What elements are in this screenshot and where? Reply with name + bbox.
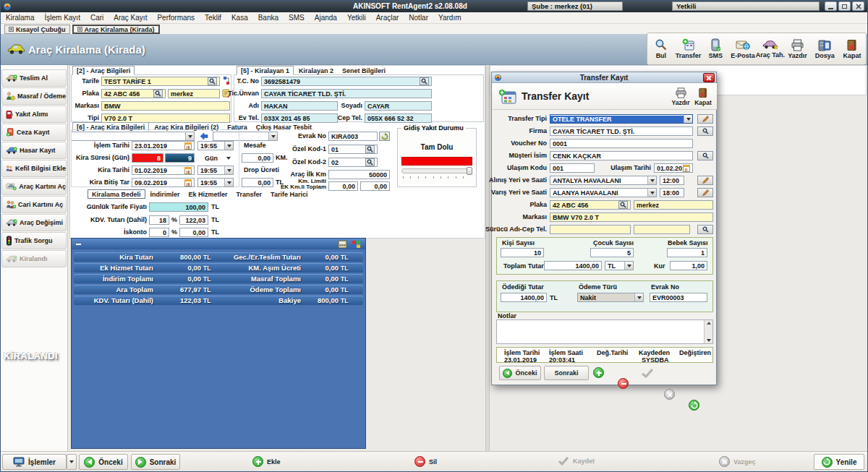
- kira-suresi-field-1[interactable]: 8: [132, 153, 163, 163]
- menu-cari[interactable]: Cari: [85, 14, 109, 22]
- tab-arac-kiralama[interactable]: Araç Kiralama (Kirada): [72, 25, 160, 34]
- arac-ilk-km-field[interactable]: 50000: [328, 170, 390, 179]
- fuel-slider-handle[interactable]: [467, 167, 472, 175]
- tc-no-field[interactable]: 3692581479: [261, 77, 432, 86]
- menu-kiralama[interactable]: Kiralama: [1, 14, 39, 22]
- sidebar-item-kefil-bilgisi[interactable]: Kefil Bilgisi Ekle: [1, 160, 67, 177]
- transfer-button[interactable]: Transfer: [675, 34, 702, 64]
- ekle-button[interactable]: Ekle: [252, 456, 281, 467]
- sidebar-item-trafik-sorgu[interactable]: Trafik Sorgu: [1, 232, 67, 249]
- add-icon[interactable]: [593, 367, 604, 378]
- kdv-oran-field[interactable]: 18: [149, 215, 169, 225]
- toplam-birim-combo[interactable]: TL: [605, 261, 634, 270]
- window-colors-icon[interactable]: [352, 240, 361, 249]
- splitter[interactable]: [485, 65, 490, 452]
- onceki-button[interactable]: Önceki: [79, 454, 128, 470]
- islemler-button[interactable]: İşlemler: [2, 454, 67, 470]
- close-icon[interactable]: [9, 27, 14, 32]
- chevron-down-icon[interactable]: [224, 154, 233, 162]
- menu-arac-kayit[interactable]: Araç Kayıt: [109, 14, 152, 22]
- tab-transfer[interactable]: Transfer: [233, 189, 266, 199]
- scroll-down-icon[interactable]: [707, 339, 711, 342]
- chevron-down-icon[interactable]: [224, 166, 233, 174]
- transfer-tipi-combo[interactable]: OTELE TRANSFER: [550, 114, 693, 124]
- sidebar-item-masraf-odeme[interactable]: Masraf / Ödeme: [1, 87, 67, 105]
- print-button[interactable]: Yazdır: [784, 34, 811, 64]
- calendar-icon[interactable]: [184, 167, 192, 174]
- sidebar-item-teslim-al[interactable]: Teslim Al: [1, 69, 67, 87]
- alinis-saat-field[interactable]: 12:00: [660, 176, 684, 185]
- gunluk-tarife-field[interactable]: 100,00: [149, 202, 208, 212]
- tab-kisayol-cubugu[interactable]: Kısayol Çubuğu: [4, 25, 70, 34]
- sidebar-item-hasar-kayit[interactable]: Hasar Kayıt: [1, 142, 67, 159]
- cocuk-field[interactable]: 5: [590, 248, 634, 257]
- bebek-field[interactable]: 1: [667, 248, 707, 257]
- dialog-close-button[interactable]: [703, 73, 715, 82]
- search-icon[interactable]: [420, 77, 429, 85]
- chevron-down-icon[interactable]: [224, 179, 233, 186]
- tab-kiralayan-1[interactable]: [5] - Kiralayan 1: [237, 66, 294, 75]
- tab-ek-hizmetler[interactable]: Ek Hizmetler: [185, 189, 231, 199]
- sidebar-item-ceza-kayit[interactable]: Ceza Kayıt: [1, 124, 67, 141]
- cep-tel-field[interactable]: 055X 666 52 32: [365, 113, 432, 123]
- tab-senet-bilgileri[interactable]: Senet Bilgileri: [339, 66, 389, 75]
- search-icon[interactable]: [618, 201, 628, 209]
- sil-button[interactable]: Sil: [414, 456, 437, 467]
- fuel-slider-track[interactable]: [401, 168, 472, 173]
- delete-icon[interactable]: [618, 378, 629, 389]
- ozel-kod1-field[interactable]: 01: [328, 145, 378, 154]
- varis-combo[interactable]: ALANYA HAVAALANI: [550, 188, 657, 197]
- dialog-plaka-field[interactable]: 42 ABC 456: [550, 200, 631, 210]
- surucu-adi-field[interactable]: [550, 225, 631, 234]
- search-button[interactable]: [697, 126, 713, 136]
- ulasim-kodu-field[interactable]: 001: [550, 163, 595, 173]
- sube-field[interactable]: merkez: [168, 89, 220, 98]
- chevron-down-icon[interactable]: [684, 115, 692, 123]
- odedigi-field[interactable]: 1400,00: [501, 293, 547, 302]
- search-button[interactable]: [697, 225, 713, 234]
- tab-indirimler[interactable]: İndirimler: [147, 189, 184, 199]
- menu-sms[interactable]: SMS: [284, 14, 310, 22]
- dialog-sonraki-button[interactable]: Sonraki: [544, 366, 589, 380]
- unvan-field[interactable]: CAYAR TİCARET TLD. ŞTİ.: [261, 89, 432, 98]
- restore-button[interactable]: [838, 1, 851, 11]
- chevron-down-icon[interactable]: [634, 293, 643, 301]
- search-icon[interactable]: [365, 145, 375, 153]
- dialog-print-button[interactable]: Yazdır: [671, 85, 691, 108]
- dialog-onceki-button[interactable]: Önceki: [499, 366, 541, 380]
- chevron-down-icon[interactable]: [647, 176, 656, 184]
- find-button[interactable]: Bul: [647, 34, 674, 64]
- sidebar-item-yakit-alimi[interactable]: Yakıt Alımı: [1, 106, 67, 123]
- chevron-down-icon[interactable]: [624, 262, 633, 270]
- tab-kiralama-bedeli[interactable]: Kiralama Bedeli: [88, 189, 145, 199]
- scrollbar[interactable]: [704, 320, 712, 343]
- search-icon[interactable]: [153, 90, 163, 98]
- mesafe-field[interactable]: 0,00: [242, 153, 273, 163]
- iskonto-oran-field[interactable]: 0: [149, 228, 169, 237]
- menu-islem-kayit[interactable]: İşlem Kayıt: [39, 14, 85, 22]
- alinis-combo[interactable]: ANTALYA HAVAALANI: [550, 176, 657, 185]
- adi-field[interactable]: HAKAN: [261, 101, 338, 111]
- tab-tarife-harici[interactable]: Tarife Harici: [267, 189, 311, 199]
- dialog-title-bar[interactable]: Transfer Kayıt: [492, 72, 716, 83]
- toplam-field[interactable]: 1400,00: [544, 261, 602, 270]
- kdv-tutar-field[interactable]: 122,03: [179, 215, 208, 225]
- minimize-button[interactable]: [825, 1, 837, 11]
- dialog-close-page-button[interactable]: Kapat: [693, 85, 713, 108]
- firma-field[interactable]: CAYAR TİCARET TLD. ŞTİ.: [550, 126, 693, 136]
- tab-kiralayan-2[interactable]: Kiralayan 2: [295, 66, 337, 75]
- yenile-button[interactable]: Yenile: [814, 454, 864, 470]
- islem-tarihi-field[interactable]: 23.01.2019: [132, 141, 195, 150]
- edit-button[interactable]: [697, 176, 713, 185]
- km-limiti-field-1[interactable]: 0,00: [328, 181, 358, 191]
- menu-yetkili[interactable]: Yetkili: [342, 14, 371, 22]
- tab-cikis-hasar-tesbit[interactable]: Çıkış Hasar Tesbit: [252, 122, 315, 132]
- search-icon[interactable]: [365, 158, 375, 166]
- tarife-field[interactable]: TEST TARİFE 1: [101, 77, 220, 86]
- file-button[interactable]: Dosya: [812, 34, 838, 64]
- surucu-tel-field[interactable]: [634, 225, 690, 234]
- email-button[interactable]: E-Posta: [730, 34, 757, 64]
- scroll-up-icon[interactable]: [707, 322, 711, 325]
- close-icon[interactable]: [77, 27, 82, 32]
- islem-saat-combo[interactable]: 19:55: [197, 141, 234, 150]
